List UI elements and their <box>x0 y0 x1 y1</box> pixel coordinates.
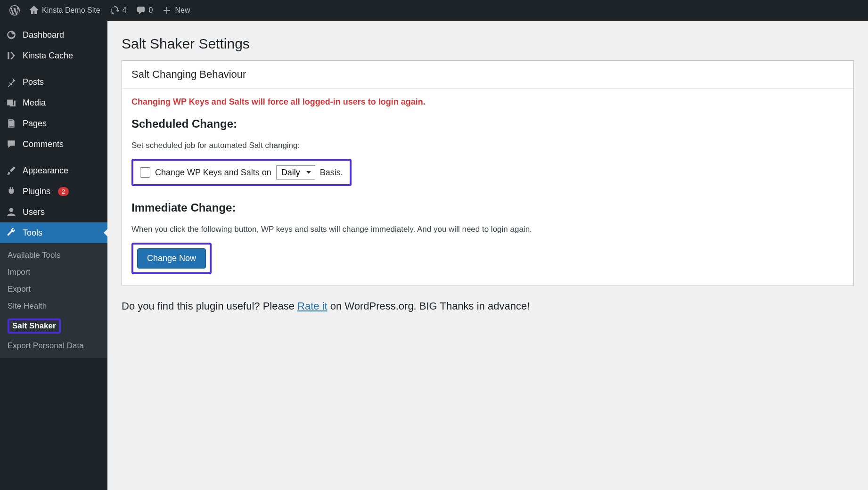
tools-submenu: Available Tools Import Export Site Healt… <box>0 243 107 358</box>
submenu-available-tools[interactable]: Available Tools <box>0 247 107 264</box>
new-content-link[interactable]: New <box>157 0 195 21</box>
sidebar-item-dashboard[interactable]: Dashboard <box>0 24 107 45</box>
sidebar-item-label: Kinsta Cache <box>23 51 73 61</box>
admin-sidebar: Dashboard Kinsta Cache Posts Media Pages… <box>0 21 107 490</box>
updates-icon <box>110 6 119 15</box>
footer-post: on WordPress.org. BIG Thanks in advance! <box>328 300 530 312</box>
submenu-export[interactable]: Export <box>0 281 107 298</box>
card-header: Salt Changing Behaviour <box>122 61 853 89</box>
dashboard-icon <box>6 29 17 41</box>
media-icon <box>6 97 17 108</box>
home-icon <box>29 6 39 15</box>
main-content: Salt Shaker Settings Salt Changing Behav… <box>107 21 868 490</box>
site-link[interactable]: Kinsta Demo Site <box>25 0 105 21</box>
comment-icon <box>136 6 146 15</box>
schedule-checkbox[interactable] <box>140 167 150 178</box>
comment-icon <box>6 139 17 150</box>
sidebar-item-plugins[interactable]: Plugins 2 <box>0 181 107 202</box>
sidebar-item-kinsta-cache[interactable]: Kinsta Cache <box>0 45 107 66</box>
sidebar-item-media[interactable]: Media <box>0 92 107 113</box>
wrench-icon <box>6 227 17 238</box>
sidebar-item-label: Users <box>23 207 45 217</box>
wp-logo[interactable] <box>5 0 25 21</box>
wordpress-icon <box>9 5 20 16</box>
sidebar-item-posts[interactable]: Posts <box>0 72 107 92</box>
salt-shaker-highlight: Salt Shaker <box>8 318 61 334</box>
settings-card: Salt Changing Behaviour Changing WP Keys… <box>122 60 854 286</box>
sidebar-item-appearance[interactable]: Appearance <box>0 160 107 181</box>
rate-it-link[interactable]: Rate it <box>297 300 328 312</box>
user-icon <box>6 206 17 218</box>
plugin-icon <box>6 186 17 197</box>
basis-label: Basis. <box>320 168 343 178</box>
updates-link[interactable]: 4 <box>105 0 131 21</box>
change-now-button[interactable]: Change Now <box>137 248 206 269</box>
pin-icon <box>6 76 17 88</box>
schedule-checkbox-label: Change WP Keys and Salts on <box>155 168 271 178</box>
sidebar-item-label: Tools <box>23 228 42 238</box>
brush-icon <box>6 165 17 176</box>
new-label: New <box>175 6 190 15</box>
sidebar-item-comments[interactable]: Comments <box>0 134 107 155</box>
warning-text: Changing WP Keys and Salts will force al… <box>131 97 844 107</box>
page-title: Salt Shaker Settings <box>122 36 854 52</box>
plus-icon <box>162 6 172 15</box>
admin-bar: Kinsta Demo Site 4 0 New <box>0 0 868 21</box>
submenu-import[interactable]: Import <box>0 264 107 281</box>
updates-count: 4 <box>123 6 127 15</box>
footer-note: Do you find this plugin useful? Please R… <box>122 300 854 312</box>
sidebar-item-label: Comments <box>23 139 64 149</box>
submenu-site-health[interactable]: Site Health <box>0 298 107 315</box>
comments-count: 0 <box>149 6 153 15</box>
scheduled-desc: Set scheduled job for automated Salt cha… <box>131 141 844 150</box>
footer-pre: Do you find this plugin useful? Please <box>122 300 297 312</box>
sidebar-item-users[interactable]: Users <box>0 202 107 222</box>
sidebar-item-label: Media <box>23 98 46 108</box>
sidebar-item-label: Appearance <box>23 166 68 176</box>
submenu-export-personal[interactable]: Export Personal Data <box>0 337 107 354</box>
submenu-salt-shaker[interactable]: Salt Shaker <box>0 315 107 337</box>
plugins-badge: 2 <box>58 187 69 196</box>
scheduled-heading: Scheduled Change: <box>131 117 844 131</box>
pages-icon <box>6 118 17 129</box>
immediate-desc: When you click the following button, WP … <box>131 225 844 234</box>
immediate-heading: Immediate Change: <box>131 201 844 214</box>
sidebar-item-label: Pages <box>23 119 47 129</box>
change-now-highlight: Change Now <box>131 243 212 274</box>
sidebar-item-tools[interactable]: Tools <box>0 222 107 243</box>
sidebar-item-label: Dashboard <box>23 30 64 40</box>
comments-link[interactable]: 0 <box>131 0 158 21</box>
kinsta-icon <box>6 50 17 61</box>
frequency-select[interactable]: Daily <box>276 165 315 180</box>
sidebar-item-label: Plugins <box>23 187 50 196</box>
scheduled-row-highlight: Change WP Keys and Salts on Daily Basis. <box>131 159 352 186</box>
site-name: Kinsta Demo Site <box>42 6 100 15</box>
sidebar-item-label: Posts <box>23 77 44 87</box>
sidebar-item-pages[interactable]: Pages <box>0 113 107 134</box>
